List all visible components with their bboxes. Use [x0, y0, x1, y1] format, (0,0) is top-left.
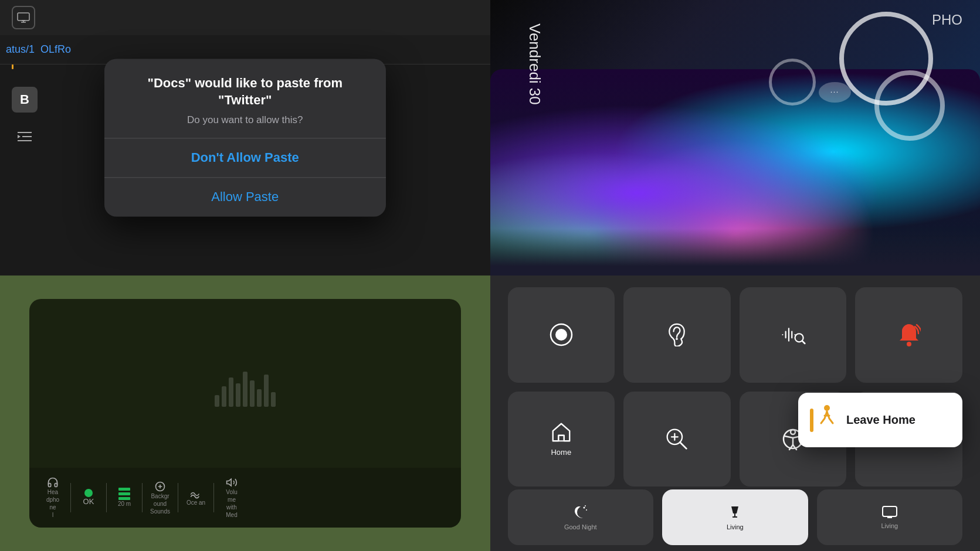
background-sounds-control: Backgr ound Sounds [148, 481, 172, 515]
bar-9 [271, 392, 276, 407]
waveform-search-icon [780, 323, 806, 346]
living-lamp-label: Living [727, 523, 744, 530]
living-tv-label: Living [881, 522, 898, 529]
green-bar-1 [118, 488, 130, 491]
circle-medium [874, 70, 945, 141]
cc-tile-living-lamp[interactable]: Living [662, 489, 808, 545]
leave-home-label: Leave Home [846, 413, 915, 427]
dialog-subtitle: Do you want to allow this? [122, 115, 368, 127]
svg-point-20 [907, 342, 911, 346]
allow-paste-button[interactable]: Allow Paste [104, 178, 386, 217]
green-bars [118, 488, 130, 500]
bar-1 [215, 395, 219, 407]
background-sounds-label: Backgr ound Sounds [150, 492, 170, 515]
ear-icon [666, 323, 687, 346]
bar-3 [229, 377, 233, 407]
cc-bottom-strip: Good Night Living Living [508, 489, 963, 545]
bar-7 [257, 389, 262, 407]
bell-icon [897, 322, 921, 348]
green-dot [84, 489, 93, 497]
record-icon [550, 323, 573, 346]
timer-control: 20 m [113, 488, 136, 508]
svg-point-12 [676, 338, 679, 341]
cc-tile-hearing[interactable] [623, 287, 731, 383]
bar-6 [250, 380, 255, 407]
bar-4 [236, 383, 240, 407]
volume-label: Volu me with Med [226, 488, 237, 519]
toolbar [0, 0, 490, 35]
device-bottom [490, 229, 981, 276]
dialog-title: "Docs" would like to paste from "Twitter… [122, 75, 368, 108]
cc-tile-record[interactable] [508, 287, 615, 383]
audio-bars [215, 360, 276, 407]
separator-5 [213, 483, 214, 512]
cc-tile-soundrecog[interactable] [740, 287, 847, 383]
leave-home-popup[interactable]: Leave Home [798, 393, 962, 447]
svg-point-28 [824, 405, 830, 411]
circle-small [769, 59, 816, 106]
volume-control: Volu me with Med [220, 477, 243, 519]
ok-label: OK [83, 497, 94, 507]
quadrant-bottom-right: Home [490, 276, 981, 551]
moon-stars-icon [572, 504, 589, 521]
ocean-control: Oce an [184, 489, 208, 506]
svg-rect-21 [558, 436, 564, 441]
svg-line-19 [802, 341, 805, 343]
audio-controls: Hea dpho ne l OK 20 m [29, 468, 461, 528]
leave-home-figure [816, 404, 837, 436]
svg-rect-34 [883, 506, 897, 516]
audio-content [29, 299, 461, 468]
separator-1 [70, 483, 71, 512]
cc-grid: Home [508, 287, 963, 487]
tv-icon [881, 505, 898, 519]
svg-marker-7 [18, 135, 21, 138]
dialog-header: "Docs" would like to paste from "Twitter… [104, 59, 386, 126]
ocean-label: Oce an [186, 499, 205, 506]
svg-point-30 [586, 509, 587, 511]
headphone-control: Hea dpho ne l [41, 477, 65, 519]
indent-icon [12, 130, 38, 143]
cc-tile-bell[interactable] [855, 287, 962, 383]
separator-4 [178, 483, 178, 512]
url-text-2: OLfRo [40, 43, 71, 56]
screen-icon [12, 6, 35, 29]
svg-point-11 [555, 329, 567, 341]
leave-home-icon-wrap [810, 404, 837, 436]
photos-label: PHO [932, 12, 962, 28]
quadrant-top-left: atus/1 OLfRo B "Docs" would like to past… [0, 0, 490, 276]
dont-allow-paste-button[interactable]: Don't Allow Paste [104, 139, 386, 178]
dots-button[interactable]: ··· [819, 82, 851, 103]
cc-tile-goodnight[interactable]: Good Night [508, 489, 654, 545]
separator-2 [106, 483, 107, 512]
home-label: Home [551, 448, 571, 457]
date-label: Vendredi 30 [525, 23, 544, 105]
green-bar-2 [118, 492, 130, 495]
leave-home-bar [810, 409, 813, 432]
bar-2 [222, 386, 226, 407]
bar-8 [264, 375, 269, 407]
quadrant-bottom-left: Hea dpho ne l OK 20 m [0, 276, 490, 551]
svg-marker-9 [227, 479, 232, 486]
svg-point-29 [583, 507, 585, 509]
svg-rect-0 [18, 13, 29, 21]
cc-tile-home[interactable]: Home [508, 392, 615, 487]
paste-dialog: "Docs" would like to paste from "Twitter… [104, 59, 386, 216]
audio-card: Hea dpho ne l OK 20 m [29, 299, 461, 528]
svg-point-31 [585, 505, 586, 506]
timer-label: 20 m [118, 500, 131, 508]
separator-3 [142, 483, 143, 512]
ok-control: OK [77, 489, 100, 507]
bold-button[interactable]: B [12, 87, 38, 113]
orange-indicator [12, 64, 13, 69]
cc-tile-zoom[interactable] [623, 392, 731, 487]
svg-line-23 [680, 442, 687, 448]
home-icon [550, 421, 572, 443]
goodnight-label: Good Night [564, 523, 597, 530]
bar-5 [243, 372, 247, 407]
headphone-label: Hea dpho ne l [46, 488, 59, 519]
quadrant-top-right: PHO Vendredi 30 ··· [490, 0, 981, 276]
cc-tile-living-tv[interactable]: Living [817, 489, 963, 545]
zoom-icon [665, 427, 689, 451]
lamp-icon [727, 504, 743, 521]
url-text-1: atus/1 [6, 43, 35, 56]
